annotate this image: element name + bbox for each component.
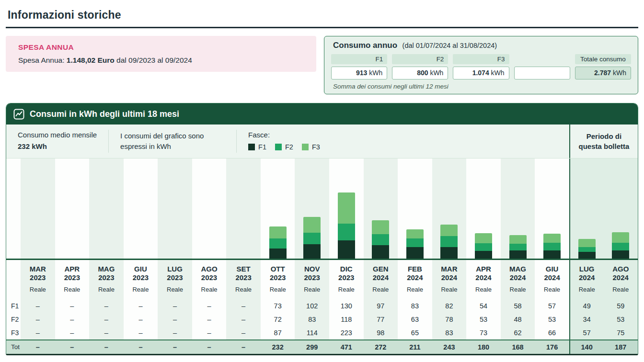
month-name: LUG2024: [579, 265, 595, 282]
value-f1-gen-2024: 97: [364, 299, 398, 313]
chart-unit-note-section: I consumi del grafico sono espressi in k…: [109, 130, 236, 153]
consumo-annuo-title-row: Consumo annuo (dal 01/07/2024 al 31/08/2…: [331, 41, 631, 50]
bar-segment-f3: [406, 229, 424, 238]
total-mar-2023: –: [21, 339, 55, 354]
value-f2-giu-2023: –: [124, 313, 158, 326]
legend-section: Fasce: F1F2F3: [237, 130, 332, 153]
reading-type: Reale: [544, 286, 560, 293]
month-header-giu-2024: GIU2024Reale: [535, 260, 569, 299]
value-f3-mar-2023: –: [21, 326, 55, 339]
total-giu-2023: –: [124, 339, 158, 354]
chart-column-ago-2023: [192, 158, 227, 259]
value-f2-giu-2024: 53: [535, 313, 569, 326]
bar-lug-2024: [578, 239, 596, 259]
chart-unit-note: I consumi del grafico sono espressi in k…: [120, 131, 225, 152]
average-consumption-section: Consumo medio mensile 232 kWh: [6, 130, 108, 153]
value-f3-mag-2023: –: [89, 326, 124, 339]
value-f3-set-2023: –: [226, 326, 261, 339]
month-header-mar-2023: MAR2023Reale: [21, 260, 55, 299]
bar-segment-f3: [440, 225, 458, 236]
bar-segment-f1: [406, 247, 424, 259]
month-header-apr-2023: APR2023Reale: [55, 260, 90, 299]
chart-column-lug-2024: [569, 158, 604, 259]
bar-giu-2024: [543, 234, 561, 259]
value-f2-feb-2024: 63: [398, 313, 432, 326]
value-f3-dic-2023: 223: [329, 326, 364, 339]
total-giu-2024: 176: [535, 339, 569, 354]
consumo-value-empty: [514, 67, 570, 79]
value-f1-dic-2023: 130: [329, 299, 364, 313]
value-f2-ago-2024: 53: [603, 313, 638, 326]
bar-segment-f3: [303, 217, 321, 233]
value-f2-mag-2023: –: [89, 313, 124, 326]
month-name: MAG2024: [509, 265, 526, 282]
spesa-annua-label: Spesa Annua:: [18, 56, 65, 64]
spesa-annua-box: SPESA ANNUA Spesa Annua: 1.148,02 Euro d…: [6, 36, 316, 72]
consumo-value-f2: 800 kWh: [392, 67, 448, 79]
value-f3-apr-2023: –: [55, 326, 90, 339]
total-apr-2024: 180: [466, 339, 501, 354]
row-label-f1: F1: [6, 299, 21, 313]
reading-type: Reale: [167, 286, 183, 293]
month-name: AGO2023: [201, 265, 217, 282]
value-f1-apr-2023: –: [55, 299, 90, 313]
bar-segment-f2: [440, 236, 458, 247]
chart-info-row: Consumo medio mensile 232 kWh I consumi …: [6, 124, 638, 158]
reading-type: Reale: [441, 286, 457, 293]
average-consumption-value: 232 kWh: [18, 142, 97, 150]
bar-segment-f2: [543, 243, 561, 250]
chart-column-giu-2023: [124, 158, 158, 259]
legend-label-f1: F1: [258, 143, 266, 151]
legend-label-f2: F2: [285, 143, 293, 151]
month-name: MAR2023: [30, 265, 46, 282]
total-mag-2024: 168: [501, 339, 535, 354]
value-f3-gen-2024: 98: [364, 326, 398, 339]
panel-title: Consumi in kWh degli ultimi 18 mesi: [30, 109, 179, 119]
average-consumption-label: Consumo medio mensile: [18, 131, 97, 139]
value-f2-dic-2023: 118: [329, 313, 364, 326]
bar-segment-f2: [509, 244, 527, 250]
bar-segment-f1: [578, 252, 596, 259]
legend-title: Fasce:: [248, 131, 320, 139]
chart-column-giu-2024: [535, 158, 569, 259]
spesa-annua-amount: 1.148,02 Euro: [67, 56, 115, 64]
bar-segment-f1: [338, 240, 355, 259]
bar-segment-f1: [543, 250, 561, 259]
value-f2-lug-2024: 34: [569, 313, 604, 326]
bar-segment-f3: [372, 220, 389, 234]
reading-type: Reale: [475, 286, 492, 293]
consumo-annuo-period: (dal 01/07/2024 al 31/08/2024): [402, 42, 497, 49]
month-name: AGO2024: [612, 265, 629, 282]
value-f2-apr-2024: 53: [466, 313, 501, 326]
chart-column-mar-2023: [21, 158, 55, 259]
month-name: MAG2023: [98, 265, 115, 282]
total-ago-2023: –: [192, 339, 227, 354]
bar-segment-f2: [612, 243, 629, 250]
total-set-2023: –: [226, 339, 261, 354]
chart-column-mag-2024: [501, 158, 535, 259]
chart-column-nov-2023: [295, 158, 329, 259]
value-f2-gen-2024: 77: [364, 313, 398, 326]
value-f3-ott-2023: 87: [261, 326, 295, 339]
reading-type: Reale: [235, 286, 252, 293]
reading-type: Reale: [64, 286, 80, 293]
consumo-annuo-box: Consumo annuo (dal 01/07/2024 al 31/08/2…: [324, 36, 638, 94]
f2-swatch-icon: [275, 144, 282, 150]
value-f1-ago-2024: 59: [603, 299, 638, 313]
chart-column-mar-2024: [432, 158, 467, 259]
bar-segment-f3: [338, 192, 355, 224]
reading-type: Reale: [201, 286, 218, 293]
bar-segment-f3: [543, 234, 561, 243]
consumption-history-panel: Consumi in kWh degli ultimi 18 mesi Cons…: [6, 103, 638, 355]
chart-column-ott-2023: [261, 158, 295, 259]
value-f3-lug-2023: –: [158, 326, 192, 339]
month-header-ago-2024: AGO2024Reale: [603, 260, 638, 299]
bar-segment-f3: [269, 226, 287, 238]
month-header-lug-2023: LUG2023Reale: [158, 260, 192, 299]
f1-swatch-icon: [248, 144, 255, 150]
value-f2-mar-2023: –: [21, 313, 55, 326]
value-f1-ago-2023: –: [192, 299, 227, 313]
chart-column-apr-2023: [55, 158, 90, 259]
value-f3-nov-2023: 114: [295, 326, 329, 339]
bar-segment-f2: [475, 243, 492, 251]
